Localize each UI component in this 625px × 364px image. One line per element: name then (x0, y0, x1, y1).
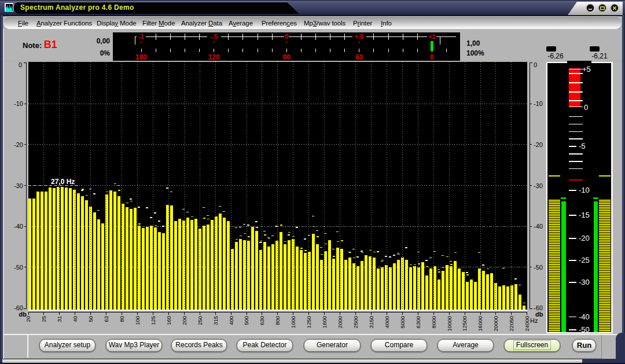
svg-text:+.5: +.5 (355, 33, 364, 40)
svg-text:63: 63 (103, 316, 109, 322)
svg-text:0: 0 (285, 33, 288, 40)
svg-text:250: 250 (197, 316, 203, 325)
svg-text:-40: -40 (579, 312, 590, 321)
svg-text:4000: 4000 (384, 316, 390, 328)
svg-text:-25: -25 (579, 256, 590, 264)
svg-text:2000: 2000 (337, 316, 343, 328)
svg-text:+1: +1 (428, 33, 436, 40)
svg-text:27,0 Hz: 27,0 Hz (51, 178, 75, 186)
svg-text:8000: 8000 (431, 316, 437, 328)
svg-text:-5: -5 (579, 142, 586, 150)
svg-text:12500: 12500 (461, 316, 468, 331)
svg-text:315: 315 (212, 316, 219, 325)
svg-text:16000: 16000 (477, 316, 483, 331)
svg-text:24000: 24000 (524, 316, 530, 331)
svg-text:500: 500 (243, 316, 249, 325)
svg-text:-15: -15 (579, 211, 590, 219)
svg-text:5000: 5000 (399, 316, 406, 328)
svg-text:22050: 22050 (508, 316, 514, 331)
svg-text:3150: 3150 (368, 316, 374, 328)
svg-text:0: 0 (534, 61, 537, 68)
svg-text:180: 180 (135, 53, 147, 61)
svg-text:-10: -10 (14, 100, 23, 107)
svg-text:400: 400 (228, 316, 234, 325)
svg-text:-10: -10 (534, 100, 543, 107)
svg-text:-20: -20 (579, 234, 590, 242)
svg-text:31: 31 (56, 316, 62, 322)
svg-text:200: 200 (181, 316, 188, 325)
svg-text:-50: -50 (14, 264, 23, 271)
svg-text:160: 160 (166, 316, 172, 325)
svg-text:40: 40 (72, 316, 78, 322)
svg-text:0: 0 (19, 61, 22, 68)
svg-text:10000: 10000 (446, 316, 453, 331)
svg-text:-40: -40 (534, 223, 543, 230)
svg-text:+5: +5 (582, 65, 591, 73)
svg-text:-20: -20 (534, 141, 543, 148)
svg-text:800: 800 (274, 316, 281, 325)
svg-text:-30: -30 (14, 182, 23, 189)
svg-text:100: 100 (134, 316, 141, 325)
svg-text:-30: -30 (579, 278, 590, 286)
svg-text:2500: 2500 (352, 316, 359, 328)
svg-text:1000: 1000 (290, 316, 296, 328)
svg-text:60: 60 (355, 53, 363, 61)
svg-text:80: 80 (119, 316, 125, 322)
svg-text:90: 90 (283, 53, 291, 61)
svg-text:20: 20 (25, 316, 31, 322)
svg-text:-20: -20 (14, 141, 23, 148)
svg-text:25: 25 (41, 316, 47, 322)
svg-text:50: 50 (87, 316, 94, 322)
svg-text:0: 0 (584, 103, 588, 112)
svg-text:-.5: -.5 (210, 33, 218, 40)
svg-text:-30: -30 (534, 182, 543, 189)
svg-text:-50: -50 (579, 325, 590, 334)
svg-text:0: 0 (430, 53, 434, 61)
svg-text:125: 125 (150, 316, 156, 325)
svg-text:20000: 20000 (492, 316, 499, 331)
svg-text:1600: 1600 (321, 316, 328, 328)
svg-text:-10: -10 (579, 186, 590, 194)
svg-text:-40: -40 (14, 223, 23, 230)
svg-text:120: 120 (208, 53, 220, 61)
svg-text:6300: 6300 (415, 316, 421, 328)
svg-text:-50: -50 (534, 264, 543, 271)
svg-text:630: 630 (259, 316, 265, 325)
svg-text:1250: 1250 (306, 316, 312, 328)
svg-text:Hz: Hz (530, 317, 538, 324)
svg-text:-1: -1 (138, 33, 144, 40)
